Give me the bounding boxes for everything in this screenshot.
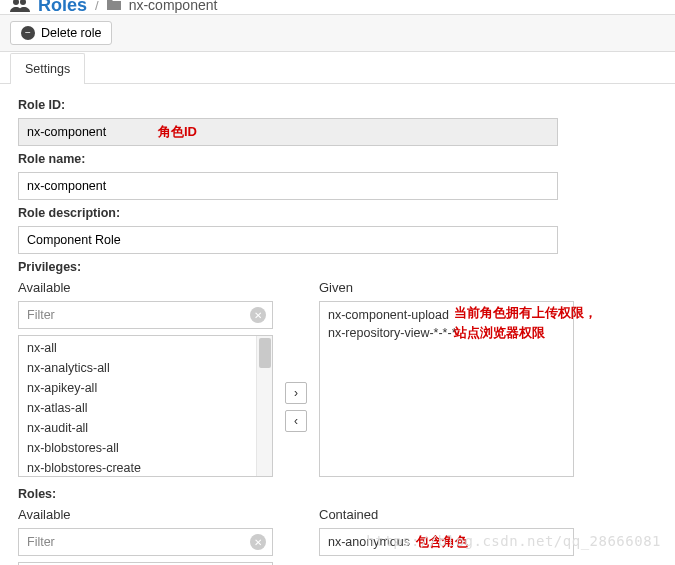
clear-filter-icon[interactable]: ✕ [250,307,266,323]
role-desc-label: Role description: [18,206,657,220]
move-right-button[interactable]: › [285,382,307,404]
role-id-label: Role ID: [18,98,657,112]
role-desc-input[interactable] [18,226,558,254]
roles-label: Roles: [18,487,657,501]
breadcrumb-root[interactable]: Roles [38,0,87,16]
clear-filter-icon[interactable]: ✕ [250,534,266,550]
delete-role-label: Delete role [41,26,101,40]
chevron-right-icon: › [294,386,298,400]
move-left-button[interactable]: ‹ [285,410,307,432]
roles-available-filter[interactable]: Filter ✕ [18,528,273,556]
toolbar: − Delete role [0,14,675,52]
roles-contained-title: Contained [319,507,574,522]
given-annotation-1: 当前角色拥有上传权限， [454,304,597,322]
list-item[interactable]: nx-audit-all [19,418,272,438]
privileges-available-title: Available [18,280,273,295]
folder-icon [107,0,121,13]
list-item[interactable]: nx-blobstores-all [19,438,272,458]
privileges-dual-list: Available Filter ✕ nx-allnx-analytics-al… [18,280,657,477]
privileges-label: Privileges: [18,260,657,274]
list-item[interactable]: nx-atlas-all [19,398,272,418]
privileges-available-filter[interactable]: Filter ✕ [18,301,273,329]
list-item[interactable]: nx-all [19,338,272,358]
given-annotation-2: 站点浏览器权限 [454,324,545,342]
filter-placeholder: Filter [27,308,55,322]
minus-circle-icon: − [21,26,35,40]
chevron-left-icon: ‹ [294,414,298,428]
svg-point-0 [13,0,19,5]
tab-settings[interactable]: Settings [10,53,85,84]
privileges-given-title: Given [319,280,574,295]
role-name-label: Role name: [18,152,657,166]
scrollbar[interactable] [256,336,272,476]
breadcrumb-current: nx-component [129,0,218,13]
role-id-annotation: 角色ID [158,123,197,141]
breadcrumb-separator: / [95,0,99,13]
privileges-available-list[interactable]: nx-allnx-analytics-allnx-apikey-allnx-at… [18,335,273,477]
svg-point-1 [20,0,26,5]
breadcrumb: Roles / nx-component [0,0,675,14]
role-name-input[interactable] [18,172,558,200]
roles-available-title: Available [18,507,273,522]
roles-dual-list: Available Filter ✕ nx-admin Contained nx… [18,507,657,565]
tabs: Settings [0,52,675,84]
delete-role-button[interactable]: − Delete role [10,21,112,45]
list-item[interactable]: nx-analytics-all [19,358,272,378]
roles-icon [10,0,30,12]
role-id-input [18,118,558,146]
list-item[interactable]: nx-blobstores-create [19,458,272,477]
list-item[interactable]: nx-apikey-all [19,378,272,398]
contained-annotation: 包含角色 [416,533,468,551]
filter-placeholder: Filter [27,535,55,549]
